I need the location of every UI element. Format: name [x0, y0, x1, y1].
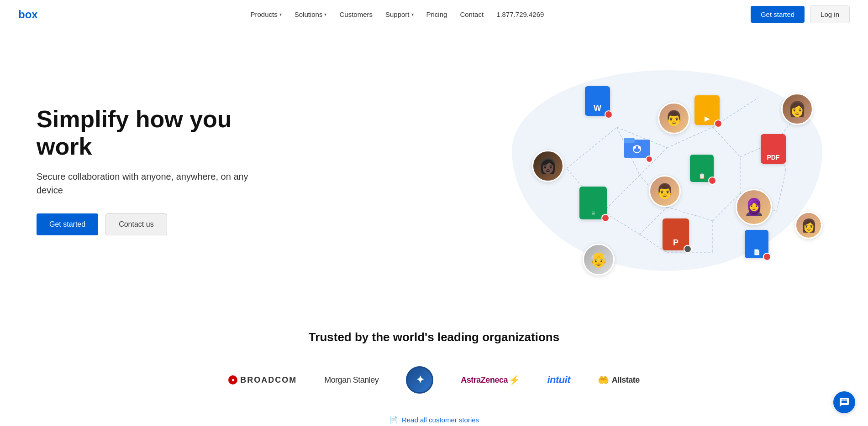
hero-heading: Simplify how you work [37, 106, 256, 161]
nav-login-button[interactable]: Log in [810, 5, 850, 23]
nav-products[interactable]: Products ▾ [251, 10, 282, 18]
intuit-text: intuit [547, 374, 570, 386]
pdf-icon: PDF [761, 134, 786, 164]
air-force-logo: ✦ [406, 366, 433, 394]
hero-get-started-button[interactable]: Get started [37, 213, 98, 235]
avatar-7: 👩 [795, 212, 822, 239]
doc-blue-icon: 📄 [745, 230, 768, 258]
allstate-text: Allstate [612, 375, 640, 385]
read-stories-link[interactable]: 📄 Read all customer stories [37, 416, 831, 424]
chevron-down-icon: ▾ [279, 12, 282, 17]
chat-icon [839, 397, 850, 408]
air-force-badge: ✦ [406, 366, 433, 394]
nav-support[interactable]: Support ▾ [385, 10, 414, 18]
nav-contact[interactable]: Contact [460, 10, 484, 18]
broadcom-logo: ● BROADCOM [228, 375, 297, 385]
nav-phone: 1.877.729.4269 [496, 10, 544, 18]
broadcom-text: BROADCOM [240, 375, 297, 385]
avatar-1: 👩 [781, 93, 813, 125]
astrazeneca-text: AstraZeneca [461, 375, 508, 385]
astrazeneca-spark-icon: ⚡ [509, 374, 520, 385]
folder-icon [624, 134, 651, 161]
intuit-logo: intuit [547, 374, 570, 386]
slides-icon: ▶ [694, 95, 720, 125]
hero-buttons: Get started Contact us [37, 213, 256, 235]
hero-subheading: Secure collaboration with anyone, anywhe… [37, 170, 256, 197]
logos-row: ● BROADCOM Morgan Stanley ✦ AstraZeneca … [37, 366, 831, 394]
hero-section: Simplify how you work Secure collaborati… [0, 29, 868, 303]
nav-pricing[interactable]: Pricing [426, 10, 447, 18]
svg-point-27 [633, 146, 636, 149]
document-icon: 📄 [389, 416, 398, 424]
read-stories-text: Read all customer stories [402, 416, 479, 424]
nav-get-started-button[interactable]: Get started [751, 6, 805, 23]
chevron-down-icon: ▾ [324, 12, 326, 17]
hero-text: Simplify how you work Secure collaborati… [37, 106, 256, 235]
broadcom-icon: ● [228, 375, 237, 384]
avatar-5: 🧕 [736, 189, 772, 225]
avatar-4: 👨 [658, 102, 690, 134]
forms-icon: 📋 [690, 155, 714, 182]
air-force-icon: ✦ [416, 374, 424, 386]
allstate-logo: 🤲 Allstate [598, 374, 640, 385]
allstate-icon: 🤲 [598, 374, 609, 385]
nav-solutions[interactable]: Solutions ▾ [295, 10, 327, 18]
nav-links: Products ▾ Solutions ▾ Customers Support… [251, 10, 544, 18]
svg-point-28 [638, 146, 641, 149]
hero-illustration: .dline{stroke:#90afc5;stroke-width:1.2;s… [512, 57, 831, 285]
sheets-icon: ≡ [579, 187, 607, 219]
word-doc-icon: W [585, 86, 610, 116]
hero-contact-button[interactable]: Contact us [105, 213, 167, 235]
svg-text:box: box [18, 8, 38, 21]
svg-rect-25 [624, 138, 635, 143]
astrazeneca-logo: AstraZeneca ⚡ [461, 374, 520, 385]
morgan-stanley-logo: Morgan Stanley [324, 375, 379, 385]
nav-customers[interactable]: Customers [339, 10, 373, 18]
morgan-stanley-text: Morgan Stanley [324, 375, 379, 385]
trust-title: Trusted by the world's leading organizat… [37, 330, 831, 344]
avatar-3: 👨 [649, 175, 681, 207]
chat-bubble-button[interactable] [833, 391, 855, 413]
powerpoint-icon: P [663, 218, 689, 250]
chevron-down-icon: ▾ [411, 12, 414, 17]
box-logo[interactable]: box [18, 8, 44, 21]
trust-section: Trusted by the world's leading organizat… [0, 303, 868, 426]
avatar-6: 👴 [583, 244, 615, 275]
nav-actions: Get started Log in [751, 5, 850, 23]
avatar-2: 👩🏿 [532, 150, 564, 182]
main-nav: box Products ▾ Solutions ▾ Customers Sup… [0, 0, 868, 29]
